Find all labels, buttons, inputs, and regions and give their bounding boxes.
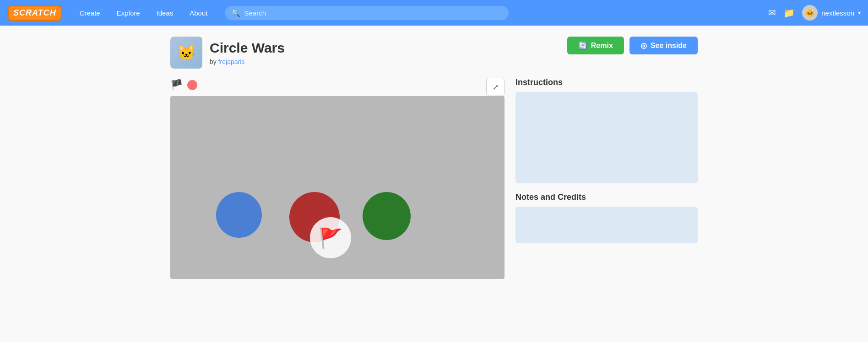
see-inside-button[interactable]: ◎ See inside <box>629 37 698 54</box>
project-thumbnail-inner: 🐱 <box>170 37 202 69</box>
instructions-box <box>515 92 698 183</box>
remix-icon: 🔄 <box>578 41 587 50</box>
search-container: 🔍 <box>225 6 509 20</box>
game-controls-row: 🏴 ⤢ <box>170 78 505 96</box>
nav-ideas[interactable]: Ideas <box>148 0 182 26</box>
see-inside-label: See inside <box>651 42 687 50</box>
nav-right: ✉ 📁 🐱 nextlesson ▾ <box>768 5 861 21</box>
nav-about[interactable]: About <box>181 0 216 26</box>
mail-icon[interactable]: ✉ <box>768 7 776 18</box>
game-canvas[interactable]: 🚩 <box>170 96 505 279</box>
circle-blue <box>216 192 262 238</box>
instructions-title: Instructions <box>515 78 698 87</box>
page-content: 🐱 Circle Wars by frejaparis 🔄 Remix ◎ Se… <box>159 26 709 290</box>
project-author: by frejaparis <box>210 58 285 65</box>
nav-links: Create Explore Ideas About <box>71 0 216 26</box>
fullscreen-icon: ⤢ <box>493 83 499 91</box>
see-inside-icon: ◎ <box>640 41 647 50</box>
green-flag-button[interactable]: 🏴 <box>170 79 183 91</box>
game-section: 🏴 ⤢ 🚩 Instructions Not <box>170 78 698 279</box>
project-header: 🐱 Circle Wars by frejaparis 🔄 Remix ◎ Se… <box>170 37 698 69</box>
game-left: 🏴 ⤢ 🚩 <box>170 78 505 279</box>
project-info: 🐱 Circle Wars by frejaparis <box>170 37 285 69</box>
navbar: SCRATCH Create Explore Ideas About 🔍 ✉ 📁… <box>0 0 868 26</box>
project-title-block: Circle Wars by frejaparis <box>210 40 285 65</box>
flag-sprite-icon: 🚩 <box>319 227 342 249</box>
author-prefix: by <box>210 58 217 65</box>
project-thumbnail: 🐱 <box>170 37 202 69</box>
stop-button[interactable] <box>187 80 197 90</box>
game-controls: 🏴 <box>170 79 197 91</box>
project-buttons: 🔄 Remix ◎ See inside <box>567 37 698 54</box>
search-input[interactable] <box>244 9 502 17</box>
sprite-flag: 🚩 <box>310 217 351 258</box>
scratch-logo[interactable]: SCRATCH <box>7 5 62 21</box>
user-menu[interactable]: 🐱 nextlesson ▾ <box>802 5 861 21</box>
dropdown-arrow-icon: ▾ <box>858 10 861 16</box>
nav-explore[interactable]: Explore <box>108 0 148 26</box>
circle-green <box>363 192 411 240</box>
project-title: Circle Wars <box>210 40 285 56</box>
notes-title: Notes and Credits <box>515 192 698 202</box>
game-right: Instructions Notes and Credits <box>515 78 698 243</box>
remix-label: Remix <box>591 42 613 50</box>
search-icon: 🔍 <box>231 9 240 17</box>
fullscreen-button[interactable]: ⤢ <box>486 78 505 96</box>
username-label: nextlesson <box>821 9 854 17</box>
author-link[interactable]: frejaparis <box>218 58 245 65</box>
notes-box <box>515 207 698 243</box>
folder-icon[interactable]: 📁 <box>783 7 795 18</box>
remix-button[interactable]: 🔄 Remix <box>567 37 624 54</box>
nav-create[interactable]: Create <box>71 0 108 26</box>
avatar: 🐱 <box>802 5 818 21</box>
